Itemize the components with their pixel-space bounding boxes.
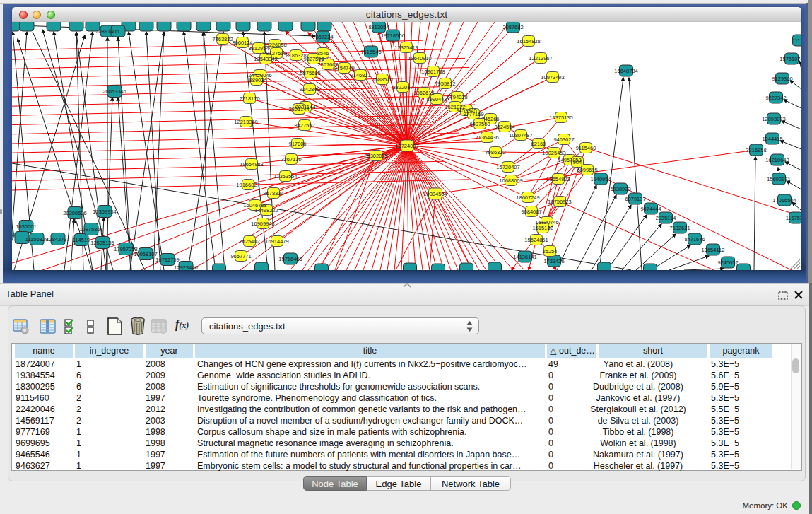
svg-text:17359934: 17359934 bbox=[93, 209, 116, 215]
svg-text:12213967: 12213967 bbox=[529, 55, 552, 62]
svg-text:8990448: 8990448 bbox=[426, 96, 447, 103]
svg-text:7986322: 7986322 bbox=[485, 149, 505, 156]
svg-text:14136141: 14136141 bbox=[513, 254, 536, 260]
svg-text:391154: 391154 bbox=[12, 232, 15, 238]
svg-text:5875685: 5875685 bbox=[300, 70, 320, 76]
svg-text:18607249: 18607249 bbox=[516, 194, 539, 201]
svg-text:9084067: 9084067 bbox=[521, 209, 541, 215]
svg-text:6794028: 6794028 bbox=[447, 94, 467, 100]
svg-text:7625402: 7625402 bbox=[239, 238, 259, 245]
svg-text:14498222: 14498222 bbox=[254, 207, 278, 214]
svg-text:10807487: 10807487 bbox=[509, 132, 532, 139]
svg-text:9657771: 9657771 bbox=[230, 253, 251, 259]
svg-text:917006: 917006 bbox=[288, 141, 306, 147]
svg-text:7632621: 7632621 bbox=[669, 225, 690, 231]
svg-text:11178: 11178 bbox=[792, 37, 801, 44]
svg-text:7463822: 7463822 bbox=[212, 36, 233, 42]
svg-text:3624554: 3624554 bbox=[494, 124, 514, 130]
svg-text:9146821: 9146821 bbox=[350, 72, 370, 78]
svg-text:2803144: 2803144 bbox=[288, 106, 309, 112]
svg-text:8427552: 8427552 bbox=[294, 122, 314, 129]
svg-text:2087682: 2087682 bbox=[502, 24, 523, 30]
svg-text:9245652: 9245652 bbox=[717, 259, 738, 266]
svg-text:12842737: 12842737 bbox=[46, 236, 69, 243]
svg-text:10975867: 10975867 bbox=[79, 226, 102, 233]
svg-text:10688609: 10688609 bbox=[499, 177, 522, 184]
svg-text:9777169: 9777169 bbox=[463, 111, 483, 117]
svg-text:10958107: 10958107 bbox=[134, 251, 157, 257]
svg-text:18640910: 18640910 bbox=[408, 55, 431, 62]
svg-text:1362615: 1362615 bbox=[413, 90, 434, 96]
svg-text:1588520: 1588520 bbox=[372, 76, 392, 83]
svg-text:19375135: 19375135 bbox=[549, 115, 572, 121]
svg-text:9227342: 9227342 bbox=[765, 95, 786, 101]
svg-text:12213369: 12213369 bbox=[234, 119, 257, 125]
svg-text:15716485: 15716485 bbox=[278, 256, 302, 262]
svg-text:21364436: 21364436 bbox=[475, 134, 498, 141]
svg-text:18724007: 18724007 bbox=[395, 143, 418, 149]
svg-text:8454749: 8454749 bbox=[334, 65, 354, 71]
svg-text:15692971: 15692971 bbox=[767, 176, 790, 182]
svg-text:10973493: 10973493 bbox=[541, 74, 564, 81]
svg-text:25254: 25254 bbox=[543, 248, 558, 255]
svg-text:5938923: 5938923 bbox=[610, 186, 630, 192]
svg-text:62160: 62160 bbox=[531, 141, 546, 147]
svg-text:13654923: 13654923 bbox=[546, 176, 570, 182]
svg-text:7955812: 7955812 bbox=[435, 81, 455, 87]
svg-text:1615132: 1615132 bbox=[532, 225, 553, 231]
svg-text:8322037: 8322037 bbox=[392, 84, 413, 90]
svg-text:1635061: 1635061 bbox=[16, 223, 36, 230]
svg-text:10961758: 10961758 bbox=[421, 69, 445, 75]
svg-text:8813054: 8813054 bbox=[368, 24, 389, 30]
svg-text:98903: 98903 bbox=[249, 77, 264, 83]
svg-text:10543342: 10543342 bbox=[254, 56, 277, 62]
svg-text:1244415: 1244415 bbox=[762, 136, 782, 142]
svg-text:19384554: 19384554 bbox=[423, 191, 447, 197]
svg-text:20206506: 20206506 bbox=[63, 210, 86, 216]
svg-text:25302035: 25302035 bbox=[364, 153, 387, 159]
svg-text:9463627: 9463627 bbox=[553, 136, 574, 143]
svg-text:19218506: 19218506 bbox=[381, 33, 404, 39]
svg-text:10025453: 10025453 bbox=[542, 150, 565, 156]
svg-text:3267130: 3267130 bbox=[281, 156, 301, 163]
svg-text:15524851: 15524851 bbox=[524, 237, 548, 243]
svg-text:16154838: 16154838 bbox=[517, 38, 540, 45]
svg-text:1733426: 1733426 bbox=[543, 258, 564, 264]
svg-text:6879197: 6879197 bbox=[625, 196, 645, 202]
svg-text:1167534: 1167534 bbox=[786, 215, 801, 221]
svg-text:7515546: 7515546 bbox=[360, 49, 381, 55]
svg-text:16782759: 16782759 bbox=[155, 257, 179, 263]
svg-text:17016504: 17016504 bbox=[772, 197, 796, 204]
svg-text:13325419: 13325419 bbox=[394, 45, 418, 51]
svg-text:9115460: 9115460 bbox=[576, 145, 596, 151]
svg-text:9129366: 9129366 bbox=[772, 76, 792, 82]
svg-text:11353554: 11353554 bbox=[274, 173, 298, 180]
svg-text:904: 904 bbox=[573, 159, 582, 165]
svg-text:3215958: 3215958 bbox=[746, 147, 766, 153]
svg-text:8471676: 8471676 bbox=[684, 236, 705, 243]
svg-text:16210643: 16210643 bbox=[765, 157, 789, 163]
svg-text:19166827: 19166827 bbox=[236, 182, 259, 188]
svg-text:114519: 114519 bbox=[73, 237, 90, 243]
svg-text:20891406: 20891406 bbox=[95, 28, 119, 35]
svg-text:6899695: 6899695 bbox=[577, 167, 597, 173]
svg-text:2718170: 2718170 bbox=[239, 95, 259, 102]
svg-text:15720407: 15720407 bbox=[496, 164, 519, 170]
svg-text:15751074: 15751074 bbox=[779, 56, 801, 62]
svg-text:12093873: 12093873 bbox=[762, 116, 785, 122]
svg-text:23226058: 23226058 bbox=[263, 42, 286, 48]
svg-text:7357224: 7357224 bbox=[312, 34, 333, 40]
svg-text:2935114: 2935114 bbox=[656, 215, 676, 221]
svg-text:10654112: 10654112 bbox=[702, 247, 725, 253]
svg-text:16914479: 16914479 bbox=[265, 238, 288, 245]
svg-text:16909948: 16909948 bbox=[251, 221, 274, 227]
svg-text:8678334: 8678334 bbox=[263, 190, 283, 197]
svg-text:1640954: 1640954 bbox=[590, 176, 611, 182]
svg-text:20053346: 20053346 bbox=[102, 88, 126, 95]
svg-text:746266: 746266 bbox=[481, 116, 499, 122]
svg-text:8546: 8546 bbox=[317, 50, 329, 57]
svg-text:9474444: 9474444 bbox=[640, 206, 661, 212]
svg-text:10756923: 10756923 bbox=[548, 199, 571, 205]
svg-text:12923446: 12923446 bbox=[174, 264, 197, 271]
svg-text:19654983: 19654983 bbox=[240, 161, 263, 168]
